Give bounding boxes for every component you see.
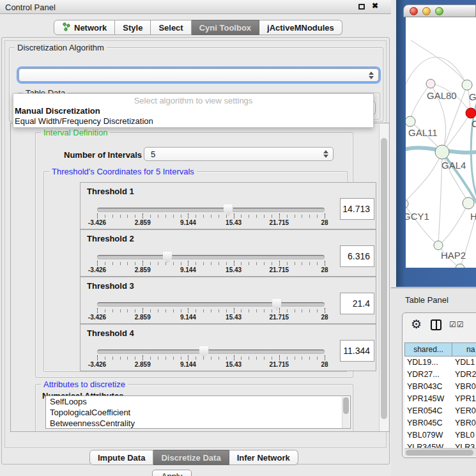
main-scrollbar[interactable] — [379, 124, 388, 432]
network-icon — [62, 22, 71, 33]
interval-definition-title: Interval Definition — [41, 128, 110, 137]
network-node[interactable] — [406, 199, 408, 208]
table-toolbar: ⚙ ☑☑ — [403, 313, 476, 337]
gear-icon[interactable]: ⚙ — [411, 317, 422, 331]
slider-scale: -3.426 2.859 9.144 15.43 21. — [97, 219, 325, 227]
float-icon[interactable] — [358, 4, 365, 10]
threshold-value-field[interactable]: 14.713 — [340, 198, 374, 220]
table-hscrollbar[interactable] — [404, 448, 476, 456]
popup-menu-item[interactable]: Manual Discretization — [13, 106, 373, 116]
tab-item[interactable]: Cyni Toolbox — [192, 20, 259, 35]
bottom-tab-label: Discretize Data — [161, 453, 220, 463]
column-header-shared[interactable]: shared... — [404, 342, 452, 357]
network-node-label: GCY1 — [406, 211, 429, 222]
scale-tick-label: 15.43 — [226, 314, 242, 321]
threshold-slider[interactable] — [97, 255, 325, 259]
tab-item[interactable]: Style — [115, 20, 151, 35]
table-row[interactable]: YDR27... YDR2 — [404, 369, 476, 381]
slider-minor-ticks — [97, 215, 325, 218]
network-node[interactable] — [463, 197, 474, 209]
combo-arrows-icon — [368, 72, 374, 79]
tab-label: Select — [158, 23, 183, 33]
network-node[interactable] — [462, 80, 472, 90]
scale-tick-label: -3.426 — [88, 314, 106, 321]
attributes-group-title: Attributes to discretize — [41, 380, 128, 389]
bottom-tab-item[interactable]: Infer Network — [229, 450, 298, 465]
threshold-slider[interactable] — [97, 302, 325, 307]
bottom-tab-bar: Impute Data Discretize Data Infer Networ… — [89, 450, 298, 465]
bottom-tab-item[interactable]: Discretize Data — [153, 450, 229, 465]
slider-scale: -3.426 2.859 9.144 15.43 21. — [97, 314, 325, 321]
threshold-value-field[interactable]: 11.344 — [340, 340, 374, 362]
table-row[interactable]: YBL079W YBL0 — [404, 429, 476, 441]
algorithm-dropdown-popup: Select algorithm to view settings Manual… — [13, 93, 374, 128]
settings-scrollpane: Interval Definition Number of Intervals … — [10, 123, 390, 432]
network-node[interactable] — [426, 79, 435, 88]
table-row[interactable]: YLR345W YLR3 — [404, 441, 476, 448]
network-node-label: GAL4 — [441, 160, 466, 171]
slider-scale: -3.426 2.859 9.144 15.43 21. — [97, 361, 325, 369]
num-intervals-value: 5 — [151, 150, 155, 159]
checkbox-checked-icon[interactable]: ☑☑ — [449, 320, 464, 329]
discretization-algorithm-title: Discretization Algorithm — [15, 43, 107, 52]
attributes-scrollbar[interactable] — [342, 397, 349, 429]
table-row[interactable]: YDL19... YDL1 — [404, 357, 476, 369]
scale-tick-label: 28 — [321, 219, 328, 226]
apply-button[interactable]: Apply — [152, 470, 192, 476]
minimize-light-yellow[interactable] — [422, 7, 431, 15]
table-row[interactable]: YER054C YER0 — [404, 405, 476, 417]
scale-tick-label: 9.144 — [180, 266, 196, 273]
close-light-red[interactable] — [410, 7, 418, 15]
scale-tick-label: -3.426 — [88, 361, 106, 368]
attribute-list-item[interactable]: SelfLoops — [46, 396, 350, 407]
scale-tick-label: 21.715 — [270, 219, 289, 226]
tab-label: Cyni Toolbox — [199, 23, 251, 33]
attribute-list-item[interactable]: TopologicalCoefficient — [46, 407, 350, 418]
top-tab-bar: Network Style Select Cyni Toolbox jActiv… — [54, 20, 342, 35]
zoom-light-green[interactable] — [435, 7, 443, 15]
panel-title: Control Panel — [5, 3, 56, 12]
threshold-value-field[interactable]: 21.4 — [340, 293, 374, 314]
numerical-attributes-list[interactable]: SelfLoops TopologicalCoefficient Between… — [45, 395, 351, 429]
close-icon[interactable]: ✖ — [372, 1, 378, 10]
bottom-tab-item[interactable]: Impute Data — [89, 450, 153, 465]
slider-scale: -3.426 2.859 9.144 15.43 21. — [97, 266, 325, 274]
threshold-label: Threshold 1 — [87, 187, 134, 196]
threshold-slider[interactable] — [97, 208, 325, 212]
network-node-label: GAL80 — [427, 90, 457, 101]
popup-menu-item[interactable]: Equal Width/Frequency Discretization — [13, 116, 373, 127]
network-node[interactable] — [456, 264, 464, 268]
algorithm-combobox[interactable] — [19, 68, 379, 82]
threshold-panel: Threshold 4 -3.426 — [80, 324, 376, 371]
scale-tick-label: 2.859 — [135, 361, 151, 368]
thresholds-group-title: Threshold's Coordinates for 5 Intervals — [49, 167, 197, 176]
network-node[interactable] — [435, 145, 449, 159]
attribute-list-item[interactable]: BetweennessCentrality — [46, 418, 350, 429]
table-row[interactable]: YBR045C YBR0 — [404, 417, 476, 429]
network-node[interactable] — [406, 116, 415, 127]
main-scrollbar-thumb[interactable] — [381, 138, 387, 419]
network-node[interactable] — [434, 241, 443, 250]
network-node-label: H — [470, 211, 476, 222]
threshold-value-field[interactable]: 6.316 — [340, 245, 374, 267]
tab-label: Network — [74, 23, 107, 33]
scale-tick-label: 21.715 — [270, 314, 289, 321]
network-window-titlebar[interactable] — [403, 4, 476, 17]
network-canvas[interactable]: GAL80GACGAL11GAL4GCY1HHAP2 — [406, 17, 476, 268]
network-node[interactable] — [466, 108, 476, 118]
scale-tick-label: 9.144 — [180, 361, 196, 368]
scale-tick-label: 2.859 — [135, 266, 151, 273]
table-panel-title: Table Panel — [405, 295, 449, 305]
table-hscrollbar-thumb[interactable] — [406, 450, 473, 456]
split-columns-icon[interactable] — [431, 319, 441, 330]
threshold-panel: Threshold 2 -3.426 — [80, 229, 376, 277]
table-row[interactable]: YPR145W YPR1 — [404, 393, 476, 405]
scale-tick-label: 9.144 — [180, 219, 196, 226]
column-header-name[interactable]: na — [452, 342, 476, 357]
threshold-slider[interactable] — [97, 349, 325, 354]
table-row[interactable]: YBR043C YBR0 — [404, 381, 476, 393]
tab-item[interactable]: jActiveMNodules — [259, 20, 342, 35]
tab-item[interactable]: Select — [151, 20, 191, 35]
tab-item[interactable]: Network — [54, 20, 115, 35]
num-intervals-combobox[interactable]: 5 — [144, 147, 334, 161]
